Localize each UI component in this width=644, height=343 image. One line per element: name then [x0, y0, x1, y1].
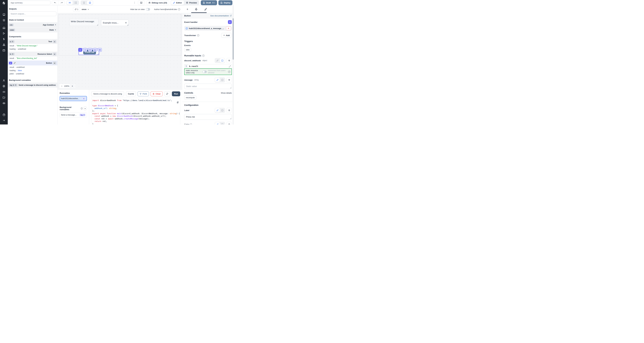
static-mode-icon[interactable] [215, 58, 220, 63]
app-canvas[interactable]: Write Discord message: Example resou... … [58, 13, 182, 90]
static-mode-icon[interactable] [215, 122, 220, 124]
documentation-button[interactable] [138, 0, 145, 5]
plug-icon[interactable] [226, 122, 232, 124]
deploy-button[interactable]: Deploy [218, 0, 232, 5]
resize-handle[interactable] [98, 53, 98, 54]
connect-mode-icon[interactable]: f [220, 122, 225, 124]
remove-handler-button[interactable]: ✕ [226, 26, 231, 30]
resize-handle[interactable] [97, 24, 98, 26]
zoom-out-button[interactable]: − [59, 85, 64, 88]
cache-button[interactable]: Cache [126, 92, 136, 96]
show-details-link[interactable]: Show details [221, 92, 232, 94]
runnable-tab[interactable]: Send a message to discord using [91, 92, 124, 96]
runnable-item-selected[interactable]: hub/1511/discord/se... c [60, 96, 87, 101]
component-row-c[interactable]: c Button▲ [8, 60, 58, 66]
fullscreen-toggle[interactable] [73, 1, 79, 5]
clear-button[interactable]: Clear [150, 92, 163, 96]
anchor-icon[interactable] [93, 48, 97, 52]
settings-icon[interactable] [0, 83, 8, 89]
static-mode-icon[interactable] [215, 78, 220, 82]
component-row-b[interactable]: b Resource Select▲ [8, 52, 58, 56]
help-icon[interactable] [0, 112, 8, 118]
refresh-count-button[interactable]: 1 [73, 7, 80, 12]
copy-code-icon[interactable] [177, 101, 179, 104]
collapse-rail-icon[interactable] [0, 118, 8, 123]
more-options-icon[interactable]: ⋮ [133, 1, 136, 4]
code-editor[interactable]: import discordwebhook from "https://deno… [91, 98, 180, 124]
folders-icon[interactable] [0, 95, 8, 100]
collapse-button[interactable]: ▲ [53, 40, 56, 43]
clear-selection-icon[interactable]: ✕ [125, 22, 127, 24]
workers-icon[interactable] [0, 89, 8, 95]
undo-button[interactable] [52, 1, 58, 5]
output-row-ctx[interactable]: ctx App Context▼ [8, 22, 58, 27]
apps-icon[interactable] [0, 12, 8, 17]
plug-icon[interactable] [226, 58, 232, 63]
connect-mode-icon[interactable]: f [220, 58, 225, 63]
scrollbar-thumb[interactable] [232, 18, 234, 60]
plug-icon[interactable] [226, 108, 232, 113]
hide-bar-toggle[interactable] [146, 8, 150, 10]
fork-button[interactable]: Fork [138, 92, 149, 96]
selected-component-id[interactable]: c [78, 48, 82, 52]
event-handler-script[interactable]: f hub/1511/discord/send_a_message_... ✕ [184, 26, 232, 31]
run-button[interactable]: Run [172, 92, 180, 96]
redo-button[interactable] [58, 1, 65, 5]
resize-handle[interactable] [127, 24, 128, 26]
text-component[interactable]: Write Discord message: [70, 19, 98, 26]
add-background-runnable-button[interactable]: + [83, 106, 87, 110]
desktop-view-toggle[interactable] [87, 1, 93, 5]
component-row-a[interactable]: a Text▲ [8, 39, 58, 44]
favorites-icon[interactable] [0, 17, 8, 23]
move-icon[interactable] [98, 48, 102, 52]
debug-runs-button[interactable]: Debug runs (23) [146, 0, 169, 5]
search-outputs-input[interactable]: Search outputs... [9, 12, 56, 16]
runnable-item-bg[interactable]: Send a message... bg_0 [60, 112, 87, 118]
event-handler-component-badge: c [228, 20, 232, 24]
insert-component-tab[interactable]: + [186, 8, 188, 11]
audit-logs-icon[interactable] [0, 100, 8, 106]
expression-editor[interactable]: 1 b.result [184, 64, 232, 68]
message-static-input[interactable]: Static value [184, 84, 232, 89]
plug-icon[interactable] [226, 77, 232, 82]
refresh-mode-dropdown[interactable]: once [82, 8, 89, 10]
home-icon[interactable] [0, 25, 8, 30]
resize-grip[interactable] [230, 118, 231, 119]
centered-layout-toggle[interactable] [67, 1, 73, 5]
styling-tab[interactable] [204, 8, 207, 11]
zoom-in-button[interactable]: + [70, 84, 75, 88]
draft-button[interactable]: Draft⌘S [201, 0, 217, 5]
info-icon: i [202, 54, 204, 57]
edit-id-icon[interactable] [13, 62, 16, 64]
component-settings-tab[interactable] [195, 8, 198, 11]
info-icon[interactable]: i [178, 8, 180, 10]
resource-mode-toggle[interactable] [202, 70, 207, 73]
expand-down-icon[interactable] [83, 48, 87, 52]
add-transformer-button[interactable]: +Add [221, 33, 232, 38]
variables-icon[interactable] [0, 36, 8, 42]
user-icon[interactable] [0, 78, 8, 83]
configuration-title: Configuration [184, 104, 232, 106]
code-line [92, 102, 180, 104]
tab-editor[interactable]: Editor [171, 0, 184, 5]
output-row-state[interactable]: state State▼ [8, 28, 58, 32]
resources-icon[interactable] [0, 42, 8, 48]
expand-editor-icon[interactable] [228, 65, 231, 68]
schedules-icon[interactable] [0, 48, 8, 53]
collapse-button[interactable]: ▲ [53, 62, 56, 64]
resize-grip[interactable] [230, 87, 231, 88]
see-documentation-link[interactable]: See documentation [210, 14, 232, 17]
label-input[interactable]: Press me [184, 114, 232, 120]
connect-mode-icon[interactable]: f [220, 108, 225, 112]
connect-mode-icon[interactable]: f [220, 78, 225, 82]
background-runnable-row[interactable]: bg_0 Send a message to discord using web… [8, 82, 58, 88]
fullscreen-component-icon[interactable] [88, 48, 92, 52]
collapse-button[interactable]: ▲ [53, 52, 56, 56]
resource-select-component[interactable]: Example resou... ✕ [101, 20, 129, 26]
reload-code-button[interactable] [164, 92, 170, 96]
tab-preview[interactable]: Preview [184, 0, 199, 5]
mobile-view-toggle[interactable] [81, 1, 87, 5]
runs-icon[interactable] [0, 30, 8, 36]
app-summary-input[interactable]: App summary [9, 0, 50, 5]
static-mode-icon[interactable] [215, 108, 220, 112]
